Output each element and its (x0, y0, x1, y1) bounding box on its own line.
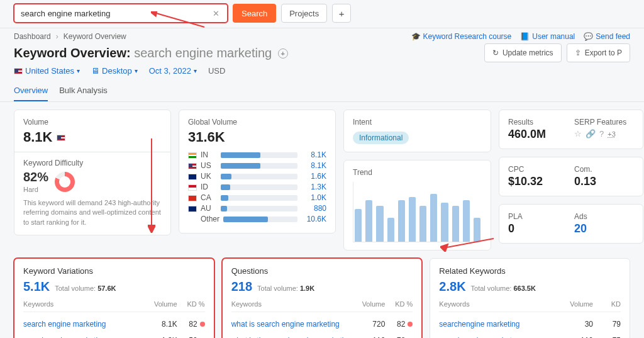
page-title: Keyword Overview: search engine marketin… (14, 46, 288, 60)
gv-row: IN 8.1K (188, 150, 326, 159)
gv-value[interactable]: 1.3K (301, 183, 326, 191)
trend-bar (365, 200, 372, 242)
gv-row: US 8.1K (188, 161, 326, 170)
kd-cell: 82 (177, 320, 205, 329)
results-card: Results 460.0M (508, 118, 568, 141)
export-button[interactable]: ⇪Export to P (567, 43, 630, 62)
results-value: 460.0M (508, 128, 568, 141)
graduation-icon: 🎓 (411, 32, 421, 41)
table-row: search engine marketing 8.1K 82 (23, 316, 205, 332)
kd-note: This keyword will demand 243 high-author… (23, 198, 162, 227)
kd-dot-icon (408, 322, 413, 327)
breadcrumb-item[interactable]: Dashboard (14, 32, 51, 41)
currency-label: USD (208, 66, 225, 76)
table-row: what is search engine marketing 720 82 (231, 316, 413, 332)
course-link[interactable]: 🎓Keyword Research course (411, 32, 512, 41)
desktop-icon: 🖥 (91, 66, 99, 76)
chat-icon: 💬 (584, 32, 593, 41)
count-link[interactable]: 218 (231, 279, 252, 294)
breadcrumb: Dashboard › Keyword Overview (14, 32, 126, 41)
date-filter[interactable]: Oct 3, 2022▾ (149, 66, 197, 76)
intent-badge: Informational (353, 132, 409, 144)
global-volume-value: 31.6K (188, 129, 326, 145)
search-input[interactable] (19, 8, 210, 19)
ads-value[interactable]: 20 (574, 222, 634, 235)
count-link[interactable]: 5.1K (23, 279, 50, 294)
trend-bar (355, 209, 362, 242)
kd-donut-icon (55, 172, 75, 192)
add-project-button[interactable]: + (332, 4, 351, 23)
keyword-link[interactable]: searchengine marketing (439, 320, 560, 329)
gv-value[interactable]: 1.0K (301, 193, 326, 202)
projects-button[interactable]: Projects (281, 4, 327, 23)
ads-card: Ads 20 (574, 212, 634, 235)
pla-card: PLA 0 (508, 212, 568, 235)
volume-value: 8.1K (23, 129, 162, 145)
feedback-link[interactable]: 💬Send feed (584, 32, 630, 41)
card-title: Related Keywords (439, 266, 621, 276)
volume-cell: 8.1K (145, 320, 177, 329)
intent-card: Intent Informational (343, 110, 491, 152)
link-icon: 🔗 (586, 129, 596, 138)
gv-value[interactable]: 8.1K (301, 150, 326, 159)
serp-features-card: SERP Features ☆ 🔗 ? +3 (574, 118, 634, 141)
trend-bar (430, 194, 437, 242)
update-metrics-button[interactable]: ↻Update metrics (484, 43, 562, 62)
tab-bulk-analysis[interactable]: Bulk Analysis (59, 81, 108, 101)
volume-card: Volume 8.1K Keyword Difficulty 82% Hard … (14, 110, 171, 235)
breadcrumb-item[interactable]: Keyword Overview (64, 32, 126, 41)
us-flag-icon (57, 135, 65, 141)
keyword-link[interactable]: what is search engine marketing (231, 320, 353, 329)
trend-bar (441, 203, 448, 242)
in-flag-icon (188, 152, 197, 159)
chevron-down-icon: ▾ (135, 67, 138, 74)
gv-row: UK 1.6K (188, 172, 326, 181)
keyword-link[interactable]: search engine marketing (23, 320, 145, 329)
refresh-icon: ↻ (492, 48, 499, 57)
kd-dot-icon (200, 322, 205, 327)
kd-value: 82% (23, 170, 48, 184)
global-volume-label: Global Volume (188, 118, 326, 127)
ca-flag-icon (188, 195, 197, 201)
add-keyword-icon[interactable]: + (278, 48, 288, 59)
id-flag-icon (188, 184, 197, 191)
serp-more[interactable]: +3 (608, 130, 616, 138)
trend-bar (452, 206, 459, 242)
table-row: searchengine marketing 30 79 (439, 316, 621, 332)
kd-level: Hard (23, 186, 48, 193)
search-button[interactable]: Search (233, 4, 276, 23)
intent-label: Intent (353, 118, 482, 127)
trend-bar (398, 200, 405, 242)
chevron-down-icon: ▾ (194, 67, 197, 74)
trend-label: Trend (353, 168, 482, 177)
com-card: Com. 0.13 (574, 165, 634, 188)
search-box[interactable]: ✕ (14, 4, 228, 23)
device-filter[interactable]: 🖥Desktop▾ (91, 66, 138, 76)
volume-cell: 720 (352, 320, 385, 329)
table-row: search engine marketing agency 1.3K 50 (23, 332, 205, 338)
trend-bar (376, 206, 383, 242)
com-value: 0.13 (574, 175, 634, 188)
clear-icon[interactable]: ✕ (210, 9, 222, 18)
trend-bar (387, 218, 394, 242)
table-row: what is the search engine marketing 110 … (231, 332, 413, 338)
card-title: Keyword Variations (23, 266, 205, 276)
tab-overview[interactable]: Overview (14, 81, 48, 101)
trend-bar (419, 206, 426, 242)
trend-card: Trend (343, 160, 491, 251)
manual-link[interactable]: 📘User manual (520, 32, 575, 41)
trend-bar (474, 218, 480, 242)
gv-value[interactable]: 8.1K (301, 161, 326, 170)
gv-value[interactable]: 1.6K (301, 172, 326, 181)
gv-row: CA 1.0K (188, 193, 326, 202)
cpc-value: $10.32 (508, 175, 568, 188)
count-link[interactable]: 2.8K (439, 279, 465, 294)
gv-row-other: Other 10.6K (188, 215, 326, 223)
us-flag-icon (14, 68, 23, 74)
kd-cell: 82 (385, 320, 413, 329)
gv-value[interactable]: 880 (301, 204, 326, 213)
us-flag-icon (188, 163, 197, 169)
pla-value: 0 (508, 222, 568, 235)
au-flag-icon (188, 206, 197, 212)
country-filter[interactable]: United States▾ (14, 66, 80, 76)
